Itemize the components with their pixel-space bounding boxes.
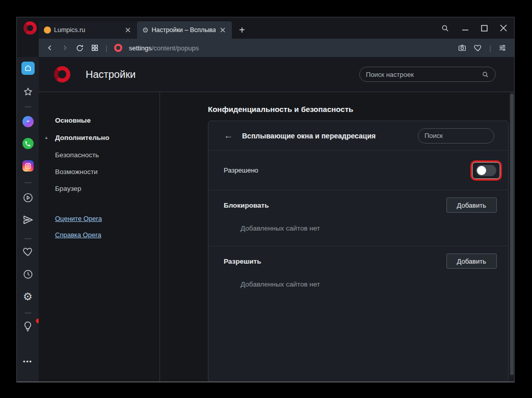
card-search[interactable] xyxy=(418,128,494,144)
address-bar: | settings/content/popups | xyxy=(39,39,514,57)
opera-menu-button[interactable] xyxy=(23,21,37,35)
opera-logo xyxy=(54,66,70,82)
sidebar-divider xyxy=(24,182,32,183)
snapshot-camera-icon[interactable] xyxy=(458,43,467,52)
collapse-triangle-icon: ▲ xyxy=(44,135,48,140)
tab-lumpics[interactable]: Lumpics.ru xyxy=(39,21,137,39)
nav-item-label: Дополнительно xyxy=(55,134,110,141)
settings-content: Конфиденциальность и безопасность ← Вспл… xyxy=(160,92,514,382)
red-highlight-annotation xyxy=(470,160,502,181)
tab-close-icon[interactable] xyxy=(219,26,227,34)
settings-body: Основные ▲Дополнительно Безопасность Воз… xyxy=(39,92,514,382)
speed-dial-icon xyxy=(21,62,35,75)
tab-title: Lumpics.ru xyxy=(54,26,121,34)
address-separator: | xyxy=(489,44,491,52)
nav-item-browser[interactable]: Браузер xyxy=(55,185,159,192)
back-arrow-icon[interactable]: ← xyxy=(224,130,233,141)
popups-card: ← Всплывающие окна и переадресация Разре… xyxy=(208,121,509,382)
section-title: Конфиденциальность и безопасность xyxy=(208,105,514,113)
tab-favicon-gear-icon: ⚙ xyxy=(142,26,149,34)
main-area: ⚙ ••• Настройки xyxy=(17,57,514,382)
card-title: Всплывающие окна и переадресация xyxy=(242,132,376,140)
allow-label: Разрешить xyxy=(224,258,261,265)
browser-window: Lumpics.ru ⚙ Настройки – Всплывающи + xyxy=(16,17,515,382)
page-title: Настройки xyxy=(86,69,136,80)
nav-item-advanced[interactable]: ▲Дополнительно xyxy=(55,134,159,141)
player-icon[interactable] xyxy=(22,192,34,204)
bookmark-heart-icon[interactable] xyxy=(473,43,483,52)
nav-item-features[interactable]: Возможности xyxy=(55,168,159,176)
toggle-knob xyxy=(477,166,486,175)
card-header: ← Всплывающие окна и переадресация xyxy=(208,121,508,151)
whatsapp-icon[interactable] xyxy=(22,138,34,149)
history-clock-icon[interactable] xyxy=(22,269,34,280)
popups-allowed-toggle[interactable] xyxy=(476,165,496,176)
opera-site-icon xyxy=(114,44,122,52)
forward-button[interactable] xyxy=(61,44,69,52)
tab-bar: Lumpics.ru ⚙ Настройки – Всплывающи + xyxy=(17,17,514,39)
allow-empty-text: Добавленных сайтов нет xyxy=(241,280,497,288)
nav-item-basic[interactable]: Основные xyxy=(55,117,159,124)
maximize-button[interactable] xyxy=(481,25,488,32)
screenshot-root: { "browser": { "tabs": [ { "title": "Lum… xyxy=(0,0,532,398)
sidebar-divider xyxy=(24,312,32,314)
settings-nav: Основные ▲Дополнительно Безопасность Воз… xyxy=(39,92,160,382)
personal-news-heart-icon[interactable] xyxy=(22,246,34,258)
easy-setup-sliders-icon[interactable] xyxy=(498,43,507,52)
search-icon[interactable] xyxy=(441,24,449,33)
block-label: Блокировать xyxy=(224,202,269,209)
tab-close-icon[interactable] xyxy=(124,26,132,34)
content-scrollbar[interactable] xyxy=(509,92,514,382)
card-search-input[interactable] xyxy=(424,132,509,139)
add-block-site-button[interactable]: Добавить xyxy=(446,197,497,213)
window-controls xyxy=(441,17,507,39)
settings-page: Настройки Основные ▲Дополнительно Безопа… xyxy=(39,57,514,382)
allowed-label: Разрешено xyxy=(224,166,258,174)
sidebar-more-button[interactable]: ••• xyxy=(23,358,33,365)
tips-lightbulb-icon[interactable] xyxy=(17,320,39,332)
block-empty-text: Добавленных сайтов нет xyxy=(241,224,497,232)
tab-settings-active[interactable]: ⚙ Настройки – Всплывающи xyxy=(137,21,232,39)
minimize-button[interactable] xyxy=(462,24,469,32)
tab-favicon-lumpics xyxy=(44,26,51,34)
rate-opera-link[interactable]: Оцените Opera xyxy=(55,215,102,222)
address-bar-gap xyxy=(17,39,39,57)
bookmarks-star-icon[interactable] xyxy=(22,87,34,98)
nav-links: Оцените Opera Справка Opera xyxy=(55,214,159,246)
back-button[interactable] xyxy=(46,44,54,52)
sidebar-divider xyxy=(24,238,32,239)
my-flow-send-icon[interactable] xyxy=(22,214,34,226)
block-section: Блокировать Добавить Добавленных сайтов … xyxy=(208,190,508,246)
url-secondary: /content/popups xyxy=(152,44,199,52)
address-separator: | xyxy=(105,44,108,52)
scrollbar-thumb[interactable] xyxy=(510,94,514,375)
url-primary: settings xyxy=(129,44,152,52)
url-text[interactable]: settings/content/popups xyxy=(129,44,199,52)
reload-button[interactable] xyxy=(75,44,84,52)
sidebar-divider xyxy=(24,106,32,107)
address-bar-row: | settings/content/popups | xyxy=(17,39,514,57)
add-allow-site-button[interactable]: Добавить xyxy=(446,253,497,269)
tab-strip: Lumpics.ru ⚙ Настройки – Всплывающи + xyxy=(39,21,245,39)
help-opera-link[interactable]: Справка Opera xyxy=(55,231,101,239)
allow-section: Разрешить Добавить Добавленных сайтов не… xyxy=(208,246,508,302)
tab-title: Настройки – Всплывающи xyxy=(152,26,216,34)
instagram-icon[interactable] xyxy=(22,160,34,172)
speed-dial-button[interactable] xyxy=(21,62,35,75)
speed-dial-grid-icon[interactable] xyxy=(91,44,99,52)
sidebar: ⚙ ••• xyxy=(17,57,39,382)
new-tab-button[interactable]: + xyxy=(239,25,245,35)
close-button[interactable] xyxy=(500,24,507,32)
search-icon xyxy=(482,71,489,78)
settings-search[interactable] xyxy=(359,67,496,82)
messenger-icon[interactable] xyxy=(22,116,34,127)
nav-item-security[interactable]: Безопасность xyxy=(55,151,159,159)
settings-header: Настройки xyxy=(39,57,514,92)
settings-search-input[interactable] xyxy=(366,71,482,78)
settings-gear-icon[interactable]: ⚙ xyxy=(23,292,33,302)
allowed-row: Разрешено xyxy=(208,151,508,190)
